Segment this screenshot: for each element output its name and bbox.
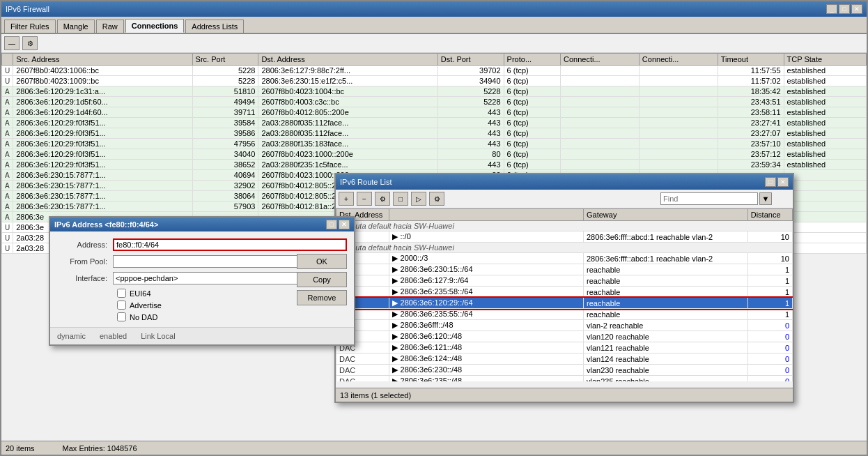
table-row[interactable]: A 2806:3e6:120:29:f0f3f51... 39584 2a03:…: [2, 118, 867, 128]
route-item-count: 13 items (1 selected): [340, 391, 411, 400]
route-remove-btn[interactable]: −: [357, 192, 372, 206]
col-tcp-state[interactable]: TCP State: [784, 54, 866, 66]
tab-connections[interactable]: Connections: [125, 19, 185, 33]
col-route-distance[interactable]: Distance: [747, 209, 792, 221]
table-row[interactable]: U 2607f8b0:4023:1006::bc 5228 2806:3e6:1…: [2, 66, 867, 76]
tab-raw[interactable]: Raw: [96, 20, 124, 33]
minus-button[interactable]: —: [4, 36, 20, 50]
route-window-title: IPv6 Route List: [340, 178, 392, 186]
list-item[interactable]: DAC ▶ 2806:3e6:235::/48 vlan235 reachabl…: [336, 376, 793, 382]
list-item[interactable]: DAS ▶ 2806:3e6:127:9::/64 reachable 1: [336, 275, 793, 287]
list-item[interactable]: DAS ▶ 2806:3e6:235:58::/64 reachable 1: [336, 287, 793, 298]
tab-filter-rules[interactable]: Filter Rules: [4, 20, 56, 33]
list-item[interactable]: DAC ▶ 2806:3e6fff::/48 vlan-2 reachable …: [336, 320, 793, 331]
list-item[interactable]: DAC ▶ 2806:3e6:124::/48 vlan124 reachabl…: [336, 354, 793, 365]
list-item[interactable]: AS ▶ 2000::/3 2806:3e6:fff::abcd:1 reach…: [336, 253, 793, 264]
address-field-row: Address:: [57, 238, 347, 251]
footer-linklocal: Link Local: [141, 332, 176, 340]
table-row[interactable]: A 2806:3e6:120:29:1d5f:60... 49494 2607f…: [2, 97, 867, 107]
table-row[interactable]: A 2806:3e6:120:29:f0f3f51... 38652 2a03:…: [2, 160, 867, 170]
col-dst-port[interactable]: Dst. Port: [437, 54, 504, 66]
table-row[interactable]: A 2806:3e6:120:29:1d4f:60... 39711 2607f…: [2, 107, 867, 118]
eui64-label: EUI64: [130, 289, 151, 298]
list-item[interactable]: DAS ▶ 2806:3e6:120:29::/64 reachable 1: [336, 298, 793, 309]
route-search-dropdown[interactable]: ▼: [759, 192, 772, 205]
route-maximize-btn[interactable]: □: [765, 177, 776, 187]
nodad-row: No DAD: [117, 312, 347, 321]
title-bar: IPv6 Firewall _ □ ✕: [1, 1, 867, 17]
ipv6-address-dialog: IPv6 Address <fe80::f0:4/64> □ ✕ OK Copy…: [49, 216, 355, 346]
interface-label: Interface:: [57, 274, 113, 282]
dialog-footer: dynamic enabled Link Local: [50, 327, 354, 344]
minimize-button[interactable]: _: [826, 4, 837, 14]
table-row[interactable]: A 2806:3e6:120:29:1c31:a... 51810 2607f8…: [2, 86, 867, 97]
address-label: Address:: [57, 241, 113, 249]
nodad-checkbox[interactable]: [117, 312, 126, 321]
route-search-area: ▼: [660, 192, 772, 205]
connections-toolbar: — ⚙ ▼: [1, 34, 867, 53]
footer-enabled: enabled: [100, 332, 127, 340]
window-title: IPv6 Firewall: [6, 5, 49, 13]
dialog-maximize-btn[interactable]: □: [326, 220, 337, 229]
dialog-body: OK Copy Remove Address: From Pool: Inter…: [50, 231, 354, 327]
nodad-label: No DAD: [130, 313, 157, 321]
route-copy-btn[interactable]: □: [393, 192, 408, 206]
route-filter-btn[interactable]: ⚙: [429, 192, 444, 206]
remove-button[interactable]: Remove: [297, 290, 347, 305]
eui64-checkbox[interactable]: [117, 289, 126, 298]
col-conn2[interactable]: Connecti...: [639, 54, 718, 66]
route-title-bar: IPv6 Route List □ ✕: [336, 174, 793, 190]
footer-dynamic: dynamic: [57, 332, 86, 340]
list-item[interactable]: DAS ▶ 2806:3e6:230:15::/64 reachable 1: [336, 264, 793, 275]
list-item[interactable]: DAC ▶ 2806:3e6:230::/48 vlan230 reachabl…: [336, 365, 793, 376]
dialog-title-bar: IPv6 Address <fe80::f0:4/64> □ ✕: [50, 218, 354, 231]
route-table-container: Dst. Address Gateway Distance :::: Ruta …: [336, 208, 793, 381]
table-row[interactable]: A 2806:3e6:120:29:f0f3f51... 34040 2607f…: [2, 149, 867, 160]
col-route-dst[interactable]: [389, 209, 584, 221]
maximize-button[interactable]: □: [839, 4, 850, 14]
table-row[interactable]: A 2806:3e6:120:29:f0f3f51... 39586 2a03:…: [2, 128, 867, 139]
tab-mangle[interactable]: Mangle: [57, 20, 95, 33]
advertise-label: Advertise: [130, 301, 162, 310]
dialog-close-btn[interactable]: ✕: [339, 220, 350, 229]
close-button[interactable]: ✕: [851, 4, 862, 14]
list-item[interactable]: AS ▶ ::/0 2806:3e6:fff::abcd:1 reachable…: [336, 231, 793, 243]
list-item[interactable]: DAC ▶ 2806:3e6:121::/48 vlan121 reachabl…: [336, 342, 793, 354]
max-entries: Max Entries: 1048576: [63, 444, 137, 453]
route-status-bar: 13 items (1 selected): [336, 388, 793, 402]
dialog-title-text: IPv6 Address <fe80::f0:4/64>: [54, 220, 158, 229]
route-close-btn[interactable]: ✕: [777, 177, 789, 187]
list-item[interactable]: DAC ▶ 2806:3e6:120::/48 vlan120 reachabl…: [336, 331, 793, 342]
route-search-input[interactable]: [660, 192, 758, 205]
route-sort-btn[interactable]: ▷: [411, 192, 426, 206]
col-dst-address[interactable]: Dst. Address: [258, 54, 437, 66]
status-bar: 20 items Max Entries: 1048576: [1, 441, 867, 455]
filter-button[interactable]: ⚙: [22, 36, 38, 50]
route-table: Dst. Address Gateway Distance :::: Ruta …: [336, 208, 793, 381]
ok-button[interactable]: OK: [297, 254, 347, 269]
table-row[interactable]: U 2607f8b0:4023:1009::bc 5228 2806:3e6:2…: [2, 76, 867, 86]
route-toolbar: + − ⚙ □ ▷ ⚙ ▼: [336, 190, 793, 208]
item-count: 20 items: [6, 444, 35, 453]
route-add-btn[interactable]: +: [339, 192, 354, 206]
list-item[interactable]: :::: Ruta default hacia SW-Huawei: [336, 221, 793, 231]
col-proto[interactable]: Proto...: [504, 54, 560, 66]
col-src-port[interactable]: Src. Port: [192, 54, 258, 66]
tab-address-lists[interactable]: Address Lists: [185, 20, 244, 33]
route-window: IPv6 Route List □ ✕ + − ⚙ □ ▷ ⚙ ▼ Dst. A…: [334, 173, 794, 403]
frompool-label: From Pool:: [57, 257, 113, 266]
col-flag[interactable]: [2, 54, 13, 66]
advertise-checkbox[interactable]: [117, 301, 126, 310]
dialog-buttons: OK Copy Remove: [297, 254, 347, 305]
col-route-gateway[interactable]: Gateway: [584, 209, 748, 221]
col-conn1[interactable]: Connecti...: [561, 54, 640, 66]
address-input[interactable]: [113, 238, 347, 251]
table-row[interactable]: A 2806:3e6:120:29:f0f3f51... 47956 2a03:…: [2, 139, 867, 149]
col-src-address[interactable]: Src. Address: [13, 54, 192, 66]
copy-button[interactable]: Copy: [297, 272, 347, 287]
col-timeout[interactable]: Timeout: [718, 54, 784, 66]
list-item[interactable]: :::: Ruta default hacia SW-Huawei: [336, 243, 793, 253]
tab-bar: Filter Rules Mangle Raw Connections Addr…: [1, 17, 867, 34]
list-item[interactable]: DAS ▶ 2806:3e6:235:55::/64 reachable 1: [336, 309, 793, 320]
route-settings-btn[interactable]: ⚙: [375, 192, 390, 206]
